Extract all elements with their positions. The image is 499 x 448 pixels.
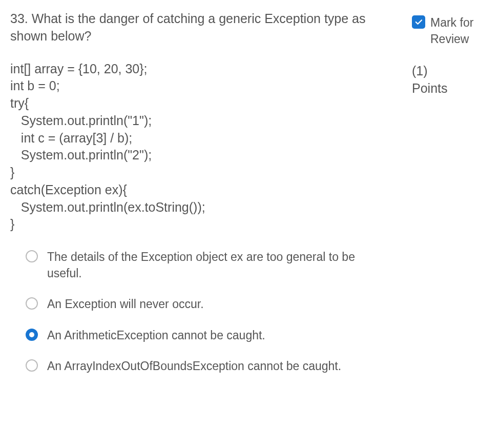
options-list: The details of the Exception object ex a… — [10, 243, 391, 374]
option-0[interactable]: The details of the Exception object ex a… — [26, 249, 391, 281]
option-3[interactable]: An ArrayIndexOutOfBoundsException cannot… — [26, 358, 391, 374]
option-label: An Exception will never occur. — [47, 296, 391, 312]
radio-icon[interactable] — [26, 297, 38, 310]
option-label: An ArithmeticException cannot be caught. — [47, 327, 391, 343]
option-1[interactable]: An Exception will never occur. — [26, 296, 391, 312]
mark-for-review[interactable]: Mark for Review — [412, 14, 489, 47]
points: (1) Points — [412, 63, 489, 97]
question-number: 33 — [10, 11, 25, 26]
question-prompt: What is the danger of catching a generic… — [10, 11, 366, 43]
mark-for-review-label: Mark for Review — [430, 14, 489, 47]
radio-icon[interactable] — [26, 329, 38, 341]
option-2[interactable]: An ArithmeticException cannot be caught. — [26, 327, 391, 343]
radio-icon[interactable] — [26, 250, 38, 262]
code-block: int[] array = {10, 20, 30}; int b = 0; t… — [10, 60, 391, 234]
points-value: (1) — [412, 63, 489, 80]
option-label: An ArrayIndexOutOfBoundsException cannot… — [47, 358, 391, 374]
points-label: Points — [412, 80, 489, 97]
radio-icon[interactable] — [26, 359, 38, 372]
option-label: The details of the Exception object ex a… — [47, 249, 391, 281]
question-text: 33. What is the danger of catching a gen… — [10, 10, 391, 45]
checkbox-icon[interactable] — [412, 15, 425, 29]
